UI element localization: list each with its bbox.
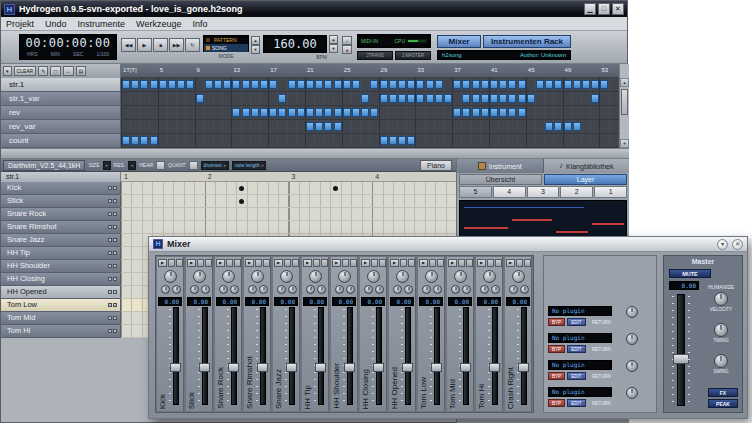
pan-knob[interactable] xyxy=(396,270,409,283)
instrument-mute-led[interactable] xyxy=(108,251,112,255)
instrument-row-kick[interactable]: Kick xyxy=(1,182,121,195)
pattern-block[interactable] xyxy=(186,80,194,89)
fx-edit-button[interactable]: EDIT xyxy=(567,399,586,407)
pattern-block[interactable] xyxy=(140,136,148,145)
note-grid-row[interactable] xyxy=(121,182,456,195)
instrument-row-snare-rock[interactable]: Snare Rock xyxy=(1,208,121,221)
fx1-send-knob[interactable] xyxy=(335,285,344,294)
pattern-sequence-row[interactable] xyxy=(121,120,619,134)
pattern-block[interactable] xyxy=(564,122,572,131)
volume-fader[interactable] xyxy=(430,307,443,405)
pattern-block[interactable] xyxy=(582,80,590,89)
volume-fader[interactable] xyxy=(372,307,385,405)
pattern-block[interactable] xyxy=(545,80,553,89)
instrument-solo-led[interactable] xyxy=(113,186,117,190)
menu-item-werkzeuge[interactable]: Werkzeuge xyxy=(136,19,181,29)
volume-fader[interactable] xyxy=(285,307,298,405)
pattern-block[interactable] xyxy=(205,80,213,89)
instrument-solo-led[interactable] xyxy=(113,238,117,242)
pattern-block[interactable] xyxy=(407,136,415,145)
fx1-send-knob[interactable] xyxy=(219,285,228,294)
song-timeline[interactable]: 1T|T|591317212529333741454953 xyxy=(121,64,619,78)
pattern-block[interactable] xyxy=(177,80,185,89)
instrument-row-snare-rimshot[interactable]: Snare Rimshot xyxy=(1,221,121,234)
fx1-send-knob[interactable] xyxy=(393,285,402,294)
pattern-block[interactable] xyxy=(278,94,286,103)
fx1-send-knob[interactable] xyxy=(422,285,431,294)
pattern-block[interactable] xyxy=(306,122,314,131)
pattern-block[interactable] xyxy=(297,80,305,89)
play-sample-button[interactable]: ▶ xyxy=(303,259,312,267)
pattern-block[interactable] xyxy=(324,122,332,131)
pattern-block[interactable] xyxy=(435,80,443,89)
instrument-solo-led[interactable] xyxy=(113,225,117,229)
tab-soundlibrary[interactable]: ♪Klangbibliothek xyxy=(544,159,630,173)
master-fader-handle[interactable] xyxy=(673,354,689,364)
pattern-block[interactable] xyxy=(398,80,406,89)
volume-fader[interactable] xyxy=(169,307,182,405)
solo-button[interactable] xyxy=(292,259,299,267)
fader-handle[interactable] xyxy=(489,363,500,372)
instrument-mute-led[interactable] xyxy=(108,212,112,216)
mute-button[interactable] xyxy=(284,259,291,267)
fader-handle[interactable] xyxy=(199,363,210,372)
pattern-name-str-1[interactable]: str.1 xyxy=(1,78,121,92)
pattern-block[interactable] xyxy=(260,108,268,117)
pan-knob[interactable] xyxy=(512,270,525,283)
pan-knob[interactable] xyxy=(222,270,235,283)
pattern-block[interactable] xyxy=(472,108,480,117)
volume-fader[interactable] xyxy=(198,307,211,405)
pattern-block[interactable] xyxy=(518,94,526,103)
instrument-mute-led[interactable] xyxy=(108,199,112,203)
fx1-send-knob[interactable] xyxy=(277,285,286,294)
pattern-block[interactable] xyxy=(315,108,323,117)
fx1-send-knob[interactable] xyxy=(190,285,199,294)
pattern-block[interactable] xyxy=(140,80,148,89)
draw-mode-button[interactable]: ✎ xyxy=(38,66,48,76)
pattern-block[interactable] xyxy=(380,136,388,145)
fx-bypass-button[interactable]: BYP xyxy=(548,318,565,326)
play-sample-button[interactable]: ▶ xyxy=(245,259,254,267)
volume-fader[interactable] xyxy=(488,307,501,405)
master-fader[interactable] xyxy=(672,294,690,406)
song-sequence-grid[interactable] xyxy=(121,78,619,148)
play-sample-button[interactable]: ▶ xyxy=(506,259,515,267)
pattern-sequence-row[interactable] xyxy=(121,78,619,92)
pattern-block[interactable] xyxy=(490,80,498,89)
fx-return-knob[interactable] xyxy=(626,387,638,399)
fx2-send-knob[interactable] xyxy=(317,285,326,294)
fx1-send-knob[interactable] xyxy=(364,285,373,294)
fx1-send-knob[interactable] xyxy=(480,285,489,294)
master-mute-button[interactable]: MUTE xyxy=(669,269,711,278)
pattern-block[interactable] xyxy=(278,108,286,117)
layer-button-4[interactable]: 4 xyxy=(493,186,526,198)
pattern-block[interactable] xyxy=(508,80,516,89)
instrument-row-tom-mid[interactable]: Tom Mid xyxy=(1,312,121,325)
solo-button[interactable] xyxy=(205,259,212,267)
solo-button[interactable] xyxy=(437,259,444,267)
fx1-send-knob[interactable] xyxy=(248,285,257,294)
fx2-send-knob[interactable] xyxy=(201,285,210,294)
quantize-toggle[interactable] xyxy=(189,161,198,170)
fx2-send-knob[interactable] xyxy=(172,285,181,294)
subtab-general[interactable]: Übersicht xyxy=(459,174,542,185)
pattern-block[interactable] xyxy=(251,80,259,89)
pattern-block[interactable] xyxy=(527,94,535,103)
pan-knob[interactable] xyxy=(454,270,467,283)
fader-handle[interactable] xyxy=(518,363,529,372)
pattern-block[interactable] xyxy=(453,108,461,117)
drumkit-name[interactable]: Darthvim_V2.5_44,1kH xyxy=(3,160,85,171)
instrument-solo-led[interactable] xyxy=(113,290,117,294)
instrument-mute-led[interactable] xyxy=(108,277,112,281)
fader-handle[interactable] xyxy=(286,363,297,372)
fader-handle[interactable] xyxy=(170,363,181,372)
pattern-block[interactable] xyxy=(472,80,480,89)
record-button[interactable]: ● xyxy=(342,45,352,54)
solo-button[interactable] xyxy=(263,259,270,267)
mute-button[interactable] xyxy=(429,259,436,267)
instrument-row-snare-jazz[interactable]: Snare Jazz xyxy=(1,234,121,247)
instrument-mute-led[interactable] xyxy=(108,264,112,268)
pattern-block[interactable] xyxy=(269,80,277,89)
fx2-send-knob[interactable] xyxy=(520,285,529,294)
pattern-block[interactable] xyxy=(150,80,158,89)
